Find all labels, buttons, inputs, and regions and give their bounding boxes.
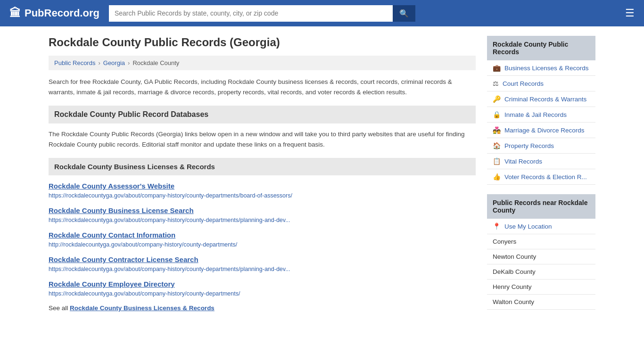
breadcrumb-georgia[interactable]: Georgia (103, 59, 125, 66)
sidebar-item-label-court: Court Records (503, 80, 544, 87)
nearby-conyers[interactable]: Conyers (487, 234, 595, 249)
nearby-henry-county[interactable]: Henry County (487, 280, 595, 295)
breadcrumb-sep-1: › (98, 59, 100, 66)
nearby-dekalb-label: DeKalb County (493, 268, 536, 275)
sidebar-public-records-section: Rockdale County Public Records 💼 Busines… (487, 36, 595, 185)
breadcrumb-sep-2: › (128, 59, 130, 66)
nearby-henry-label: Henry County (493, 283, 532, 290)
hamburger-icon: ☰ (625, 7, 635, 19)
couple-icon: 💑 (493, 126, 501, 134)
record-link-title-4[interactable]: Rockdale County Employee Directory (49, 280, 476, 288)
key-icon: 🔑 (493, 95, 501, 103)
record-link-title-2[interactable]: Rockdale County Contact Information (49, 231, 476, 239)
record-link-0: Rockdale County Assessor's Website https… (49, 182, 476, 199)
logo[interactable]: 🏛 PubRecord.org (9, 7, 99, 20)
record-link-1: Rockdale County Business License Search … (49, 206, 476, 223)
sidebar-nearby-section: Public Records near Rockdale County 📍 Us… (487, 194, 595, 310)
page-title: Rockdale County Public Records (Georgia) (49, 36, 476, 49)
thumbsup-icon: 👍 (493, 173, 501, 181)
search-button[interactable]: 🔍 (393, 5, 415, 22)
logo-icon: 🏛 (9, 7, 21, 20)
use-location-label: Use My Location (504, 223, 552, 230)
databases-section-text: The Rockdale County Public Records (Geor… (49, 129, 476, 149)
breadcrumb-current: Rockdale County (132, 59, 179, 66)
menu-button[interactable]: ☰ (625, 7, 635, 19)
sidebar-item-label-criminal: Criminal Records & Warrants (504, 96, 586, 103)
page-wrapper: Rockdale County Public Records (Georgia)… (39, 26, 605, 329)
nearby-conyers-label: Conyers (493, 238, 516, 245)
sidebar-item-voter[interactable]: 👍 Voter Records & Election R... (487, 169, 595, 185)
sidebar-item-label-business: Business Licenses & Records (504, 65, 589, 72)
sidebar-item-label-voter: Voter Records & Election R... (504, 173, 587, 181)
sidebar-item-marriage[interactable]: 💑 Marriage & Divorce Records (487, 123, 595, 138)
logo-text: PubRecord.org (25, 7, 99, 19)
see-all-section: See all Rockdale County Business License… (49, 304, 476, 312)
location-pin-icon: 📍 (493, 222, 501, 230)
sidebar-item-criminal[interactable]: 🔑 Criminal Records & Warrants (487, 91, 595, 107)
search-input[interactable] (109, 5, 393, 22)
record-link-title-3[interactable]: Rockdale County Contractor License Searc… (49, 255, 476, 263)
nearby-dekalb-county[interactable]: DeKalb County (487, 264, 595, 280)
record-link-3: Rockdale County Contractor License Searc… (49, 255, 476, 272)
nearby-use-location[interactable]: 📍 Use My Location (487, 219, 595, 234)
sidebar-public-records-title: Rockdale County Public Records (487, 36, 595, 60)
lock-icon: 🔒 (493, 111, 501, 118)
nearby-newton-county[interactable]: Newton County (487, 249, 595, 264)
record-link-url-0: https://rockdalecountyga.gov/about/compa… (49, 192, 292, 199)
record-link-url-4: https://rockdalecountyga.gov/about/compa… (49, 290, 240, 297)
briefcase-icon: 💼 (493, 64, 501, 72)
business-section-header: Rockdale County Business Licenses & Reco… (49, 158, 476, 175)
see-all-link[interactable]: Rockdale County Business Licenses & Reco… (70, 304, 215, 312)
sidebar-item-label-marriage: Marriage & Divorce Records (504, 127, 585, 134)
scales-icon: ⚖ (493, 80, 499, 87)
nearby-walton-county[interactable]: Walton County (487, 295, 595, 310)
sidebar-nearby-title: Public Records near Rockdale County (487, 194, 595, 219)
search-icon: 🔍 (399, 9, 409, 17)
sidebar-item-inmate[interactable]: 🔒 Inmate & Jail Records (487, 107, 595, 123)
sidebar-item-business[interactable]: 💼 Business Licenses & Records (487, 60, 595, 76)
sidebar: Rockdale County Public Records 💼 Busines… (487, 36, 595, 319)
sidebar-item-label-vital: Vital Records (504, 158, 542, 165)
nearby-walton-label: Walton County (493, 298, 534, 305)
sidebar-item-court[interactable]: ⚖ Court Records (487, 76, 595, 91)
nearby-newton-label: Newton County (493, 253, 536, 260)
main-content: Rockdale County Public Records (Georgia)… (49, 36, 476, 319)
record-link-url-3: https://rockdalecountyga.gov/about/compa… (49, 266, 290, 272)
breadcrumb-public-records[interactable]: Public Records (54, 59, 95, 66)
record-link-4: Rockdale County Employee Directory https… (49, 280, 476, 297)
databases-section-header: Rockdale County Public Record Databases (49, 106, 476, 123)
breadcrumb: Public Records › Georgia › Rockdale Coun… (49, 56, 476, 70)
home-icon: 🏠 (493, 142, 501, 149)
site-header: 🏛 PubRecord.org 🔍 ☰ (0, 0, 644, 26)
sidebar-item-label-property: Property Records (504, 142, 554, 149)
record-link-2: Rockdale County Contact Information http… (49, 231, 476, 248)
search-bar: 🔍 (109, 5, 415, 22)
sidebar-item-property[interactable]: 🏠 Property Records (487, 138, 595, 154)
sidebar-item-label-inmate: Inmate & Jail Records (504, 111, 567, 118)
record-link-url-2: http://rockdalecountyga.gov/about/compan… (49, 241, 237, 248)
record-link-title-0[interactable]: Rockdale County Assessor's Website (49, 182, 476, 190)
see-all-text: See all (49, 304, 70, 312)
page-description: Search for free Rockdale County, GA Publ… (49, 77, 476, 97)
record-link-title-1[interactable]: Rockdale County Business License Search (49, 206, 476, 214)
sidebar-item-vital[interactable]: 📋 Vital Records (487, 154, 595, 169)
record-link-url-1: https://rockdalecountyga.gov/about/compa… (49, 217, 290, 223)
clipboard-icon: 📋 (493, 157, 501, 165)
